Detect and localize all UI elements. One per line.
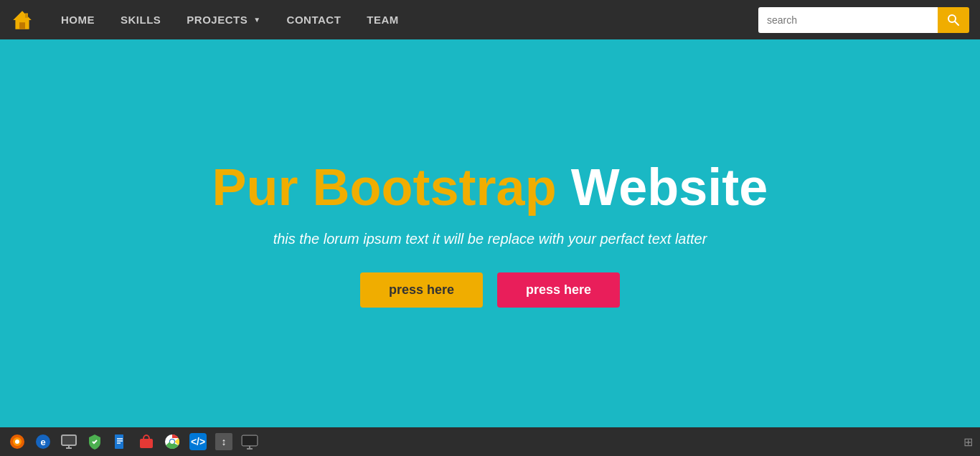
svg-point-7	[15, 440, 19, 444]
hero-title: Pur Bootstrap Website	[212, 159, 768, 216]
svg-rect-10	[62, 435, 76, 445]
taskbar-shield-icon[interactable]	[85, 432, 105, 452]
svg-rect-14	[115, 434, 123, 449]
nav-team[interactable]: TEAM	[354, 0, 412, 39]
hero-section: Pur Bootstrap Website this the lorum ips…	[0, 39, 980, 427]
nav-links: HOME SKILLS PROJECTS ▼ CONTACT TEAM	[48, 0, 758, 39]
nav-home[interactable]: HOME	[48, 0, 108, 39]
press-here-button-2[interactable]: press here	[497, 272, 620, 308]
taskbar-doc-icon[interactable]	[110, 432, 131, 452]
brand-logo[interactable]	[11, 9, 34, 32]
taskbar-display-icon[interactable]	[240, 432, 260, 452]
taskbar-chrome-icon[interactable]	[162, 432, 182, 452]
search-button[interactable]	[938, 7, 969, 33]
svg-text:↕: ↕	[222, 436, 227, 447]
navbar: HOME SKILLS PROJECTS ▼ CONTACT TEAM	[0, 0, 980, 39]
taskbar: e </> ↕ ⊞	[0, 427, 980, 456]
nav-contact[interactable]: CONTACT	[274, 0, 354, 39]
taskbar-firefox-icon[interactable]	[7, 432, 27, 452]
svg-rect-2	[25, 13, 28, 17]
taskbar-arrow-icon[interactable]: ↕	[214, 432, 234, 452]
svg-text:e: e	[40, 437, 45, 447]
taskbar-dots: ⊞	[963, 435, 973, 449]
svg-point-21	[170, 440, 174, 444]
search-container	[758, 7, 969, 33]
nav-projects[interactable]: PROJECTS ▼	[174, 0, 273, 39]
svg-rect-1	[19, 22, 25, 29]
search-input[interactable]	[758, 7, 938, 33]
press-here-button-1[interactable]: press here	[360, 272, 483, 308]
home-icon	[11, 9, 34, 32]
svg-line-4	[955, 22, 958, 25]
search-icon	[947, 14, 960, 27]
taskbar-monitor-icon[interactable]	[59, 432, 79, 452]
nav-skills[interactable]: SKILLS	[108, 0, 174, 39]
taskbar-vscode-icon[interactable]: </>	[188, 432, 208, 452]
svg-rect-18	[140, 439, 153, 448]
taskbar-bag-icon[interactable]	[136, 432, 156, 452]
svg-rect-27	[242, 436, 257, 445]
svg-text:</>: </>	[191, 436, 205, 447]
hero-title-white: Website	[571, 158, 768, 216]
hero-title-colored: Pur Bootstrap	[212, 158, 557, 216]
hero-buttons: press here press here	[360, 272, 620, 308]
taskbar-blue-icon[interactable]: e	[33, 432, 53, 452]
hero-subtitle: this the lorum ipsum text it will be rep…	[273, 231, 707, 247]
dropdown-arrow-icon: ▼	[253, 16, 260, 24]
